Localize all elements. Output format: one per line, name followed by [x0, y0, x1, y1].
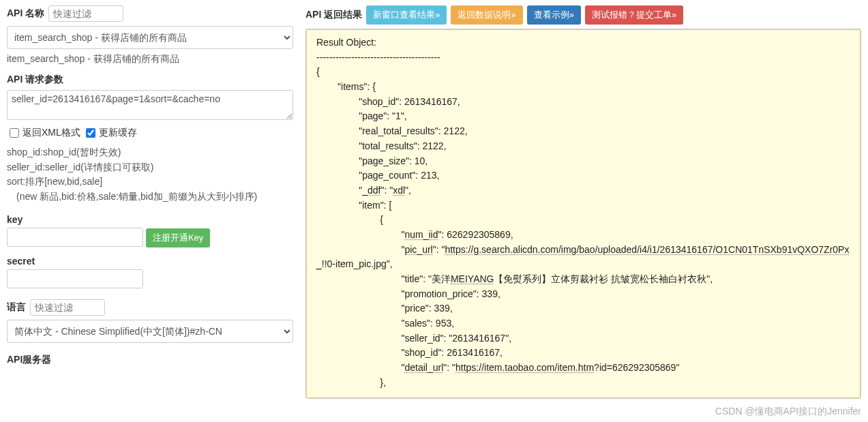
new-window-button[interactable]: 新窗口查看结果»: [366, 5, 447, 25]
language-filter-input[interactable]: [30, 299, 105, 316]
params-description: shop_id:shop_id(暂时失效) seller_id:seller_i…: [7, 145, 293, 205]
register-key-button[interactable]: 注册开通Key: [146, 228, 210, 247]
api-server-label: API服务器: [7, 354, 293, 366]
result-label: API 返回结果: [305, 9, 362, 21]
cache-checkbox-label[interactable]: 更新缓存: [83, 126, 137, 140]
request-params-textarea[interactable]: [7, 90, 293, 120]
desc-line: sort:排序[new,bid,sale]: [7, 175, 293, 190]
submit-ticket-button[interactable]: 测试报错？提交工单»: [585, 5, 683, 25]
return-desc-button[interactable]: 返回数据说明»: [451, 5, 522, 25]
api-selected-text: item_search_shop - 获得店铺的所有商品: [7, 53, 293, 65]
desc-line: seller_id:seller_id(详情接口可获取): [7, 160, 293, 175]
cache-checkbox[interactable]: [86, 128, 95, 138]
secret-label: secret: [7, 256, 293, 267]
secret-input[interactable]: [7, 269, 143, 288]
result-output[interactable]: Result Object: -------------------------…: [306, 29, 860, 398]
language-label: 语言: [7, 301, 26, 314]
view-example-button[interactable]: 查看示例»: [527, 5, 581, 25]
api-select[interactable]: item_search_shop - 获得店铺的所有商品: [7, 26, 293, 49]
left-panel: API 名称 item_search_shop - 获得店铺的所有商品 item…: [7, 5, 293, 399]
desc-line: (new 新品,bid:价格,sale:销量,bid加_前缀为从大到小排序): [7, 190, 293, 205]
api-name-label: API 名称: [7, 7, 44, 20]
api-name-filter-input[interactable]: [48, 5, 123, 22]
desc-line: shop_id:shop_id(暂时失效): [7, 145, 293, 160]
xml-checkbox[interactable]: [10, 128, 19, 138]
right-panel: API 返回结果 新窗口查看结果» 返回数据说明» 查看示例» 测试报错？提交工…: [305, 5, 861, 399]
request-params-label: API 请求参数: [7, 74, 293, 86]
xml-checkbox-label[interactable]: 返回XML格式: [7, 126, 80, 140]
result-container: Result Object: -------------------------…: [305, 29, 861, 399]
language-select[interactable]: 简体中文 - Chinese Simplified(中文[简体])#zh-CN: [7, 320, 293, 343]
key-input[interactable]: [7, 228, 143, 247]
key-label: key: [7, 214, 293, 225]
